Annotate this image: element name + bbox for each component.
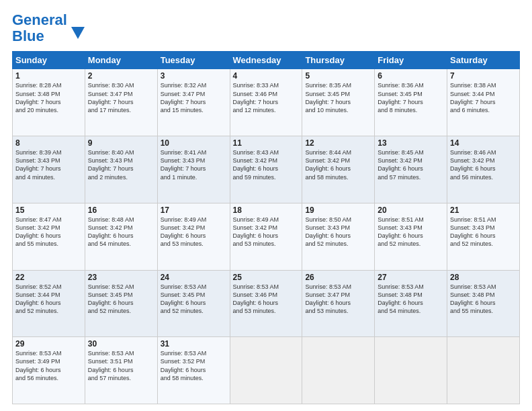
calendar-cell: 22Sunrise: 8:52 AM Sunset: 3:44 PM Dayli… (13, 270, 85, 337)
day-info: Sunrise: 8:32 AM Sunset: 3:47 PM Dayligh… (161, 81, 227, 114)
calendar-cell (230, 337, 302, 404)
calendar-week-3: 15Sunrise: 8:47 AM Sunset: 3:42 PM Dayli… (13, 203, 520, 270)
calendar-cell: 13Sunrise: 8:45 AM Sunset: 3:42 PM Dayli… (375, 136, 447, 203)
day-info: Sunrise: 8:30 AM Sunset: 3:47 PM Dayligh… (88, 81, 154, 114)
day-number: 14 (450, 138, 517, 148)
page: GeneralBlue SundayMondayTuesdayWednesday… (0, 0, 532, 411)
calendar-cell: 10Sunrise: 8:41 AM Sunset: 3:43 PM Dayli… (157, 136, 230, 203)
calendar-cell: 12Sunrise: 8:44 AM Sunset: 3:42 PM Dayli… (302, 136, 375, 203)
day-number: 18 (233, 205, 300, 215)
day-info: Sunrise: 8:53 AM Sunset: 3:46 PM Dayligh… (233, 283, 300, 316)
day-info: Sunrise: 8:49 AM Sunset: 3:42 PM Dayligh… (161, 216, 227, 248)
calendar-cell: 20Sunrise: 8:51 AM Sunset: 3:43 PM Dayli… (375, 203, 447, 270)
day-info: Sunrise: 8:53 AM Sunset: 3:49 PM Dayligh… (15, 349, 82, 382)
calendar-cell: 17Sunrise: 8:49 AM Sunset: 3:42 PM Dayli… (157, 203, 230, 270)
day-info: Sunrise: 8:53 AM Sunset: 3:52 PM Dayligh… (161, 349, 227, 382)
day-number: 15 (15, 205, 82, 215)
day-number: 24 (161, 273, 227, 282)
weekday-header-friday: Friday (375, 52, 447, 69)
day-info: Sunrise: 8:53 AM Sunset: 3:47 PM Dayligh… (305, 283, 371, 316)
day-number: 19 (305, 205, 371, 215)
calendar-cell (375, 337, 447, 404)
day-info: Sunrise: 8:38 AM Sunset: 3:44 PM Dayligh… (450, 81, 517, 114)
calendar-cell: 24Sunrise: 8:53 AM Sunset: 3:45 PM Dayli… (157, 270, 230, 337)
day-number: 10 (161, 138, 227, 148)
calendar-cell: 28Sunrise: 8:53 AM Sunset: 3:48 PM Dayli… (447, 270, 520, 337)
weekday-header-row: SundayMondayTuesdayWednesdayThursdayFrid… (13, 52, 520, 69)
calendar-cell: 5Sunrise: 8:35 AM Sunset: 3:45 PM Daylig… (302, 69, 375, 136)
calendar-cell: 16Sunrise: 8:48 AM Sunset: 3:42 PM Dayli… (85, 203, 157, 270)
day-number: 3 (161, 71, 227, 81)
day-number: 11 (233, 138, 300, 148)
day-info: Sunrise: 8:44 AM Sunset: 3:42 PM Dayligh… (305, 148, 371, 181)
calendar-cell: 3Sunrise: 8:32 AM Sunset: 3:47 PM Daylig… (157, 69, 230, 136)
day-info: Sunrise: 8:51 AM Sunset: 3:43 PM Dayligh… (378, 216, 444, 248)
day-info: Sunrise: 8:47 AM Sunset: 3:42 PM Dayligh… (15, 216, 82, 248)
day-number: 25 (233, 273, 300, 282)
weekday-header-saturday: Saturday (447, 52, 520, 69)
day-info: Sunrise: 8:39 AM Sunset: 3:43 PM Dayligh… (15, 148, 82, 181)
day-info: Sunrise: 8:48 AM Sunset: 3:42 PM Dayligh… (88, 216, 154, 248)
weekday-header-monday: Monday (85, 52, 157, 69)
svg-marker-0 (71, 27, 85, 39)
calendar-cell: 1Sunrise: 8:28 AM Sunset: 3:48 PM Daylig… (13, 69, 85, 136)
weekday-header-tuesday: Tuesday (157, 52, 230, 69)
calendar-week-2: 8Sunrise: 8:39 AM Sunset: 3:43 PM Daylig… (13, 136, 520, 203)
day-number: 5 (305, 71, 371, 81)
calendar-cell: 31Sunrise: 8:53 AM Sunset: 3:52 PM Dayli… (157, 337, 230, 404)
day-number: 20 (378, 205, 444, 215)
calendar-cell: 30Sunrise: 8:53 AM Sunset: 3:51 PM Dayli… (85, 337, 157, 404)
calendar-week-5: 29Sunrise: 8:53 AM Sunset: 3:49 PM Dayli… (13, 337, 520, 404)
day-info: Sunrise: 8:40 AM Sunset: 3:43 PM Dayligh… (88, 148, 154, 181)
day-info: Sunrise: 8:49 AM Sunset: 3:42 PM Dayligh… (233, 216, 300, 248)
day-number: 7 (450, 71, 517, 81)
calendar-cell: 2Sunrise: 8:30 AM Sunset: 3:47 PM Daylig… (85, 69, 157, 136)
day-number: 31 (161, 339, 227, 349)
day-info: Sunrise: 8:43 AM Sunset: 3:42 PM Dayligh… (233, 148, 300, 181)
day-number: 23 (88, 273, 154, 282)
weekday-header-thursday: Thursday (302, 52, 375, 69)
day-number: 21 (450, 205, 517, 215)
day-number: 17 (161, 205, 227, 215)
day-info: Sunrise: 8:53 AM Sunset: 3:48 PM Dayligh… (378, 283, 444, 316)
day-info: Sunrise: 8:33 AM Sunset: 3:46 PM Dayligh… (233, 81, 300, 114)
logo: GeneralBlue (12, 12, 87, 44)
day-info: Sunrise: 8:35 AM Sunset: 3:45 PM Dayligh… (305, 81, 371, 114)
day-number: 27 (378, 273, 444, 282)
calendar-cell: 6Sunrise: 8:36 AM Sunset: 3:45 PM Daylig… (375, 69, 447, 136)
calendar-cell: 4Sunrise: 8:33 AM Sunset: 3:46 PM Daylig… (230, 69, 302, 136)
calendar-cell (447, 337, 520, 404)
calendar-cell: 15Sunrise: 8:47 AM Sunset: 3:42 PM Dayli… (13, 203, 85, 270)
logo-icon (69, 24, 87, 43)
calendar: SundayMondayTuesdayWednesdayThursdayFrid… (12, 51, 520, 404)
day-number: 22 (15, 273, 82, 282)
weekday-header-wednesday: Wednesday (230, 52, 302, 69)
calendar-cell: 23Sunrise: 8:52 AM Sunset: 3:45 PM Dayli… (85, 270, 157, 337)
calendar-cell: 7Sunrise: 8:38 AM Sunset: 3:44 PM Daylig… (447, 69, 520, 136)
calendar-cell (302, 337, 375, 404)
calendar-cell: 25Sunrise: 8:53 AM Sunset: 3:46 PM Dayli… (230, 270, 302, 337)
day-info: Sunrise: 8:45 AM Sunset: 3:42 PM Dayligh… (378, 148, 444, 181)
day-number: 9 (88, 138, 154, 148)
calendar-cell: 9Sunrise: 8:40 AM Sunset: 3:43 PM Daylig… (85, 136, 157, 203)
calendar-cell: 29Sunrise: 8:53 AM Sunset: 3:49 PM Dayli… (13, 337, 85, 404)
calendar-cell: 26Sunrise: 8:53 AM Sunset: 3:47 PM Dayli… (302, 270, 375, 337)
day-number: 30 (88, 339, 154, 349)
day-number: 28 (450, 273, 517, 282)
day-info: Sunrise: 8:46 AM Sunset: 3:42 PM Dayligh… (450, 148, 517, 181)
calendar-cell: 21Sunrise: 8:51 AM Sunset: 3:43 PM Dayli… (447, 203, 520, 270)
day-info: Sunrise: 8:50 AM Sunset: 3:43 PM Dayligh… (305, 216, 371, 248)
header: GeneralBlue (12, 12, 520, 44)
day-info: Sunrise: 8:51 AM Sunset: 3:43 PM Dayligh… (450, 216, 517, 248)
calendar-week-1: 1Sunrise: 8:28 AM Sunset: 3:48 PM Daylig… (13, 69, 520, 136)
day-info: Sunrise: 8:36 AM Sunset: 3:45 PM Dayligh… (378, 81, 444, 114)
logo-text: GeneralBlue (12, 12, 67, 44)
day-number: 6 (378, 71, 444, 81)
day-number: 16 (88, 205, 154, 215)
day-info: Sunrise: 8:53 AM Sunset: 3:45 PM Dayligh… (161, 283, 227, 316)
day-info: Sunrise: 8:53 AM Sunset: 3:51 PM Dayligh… (88, 349, 154, 382)
day-number: 26 (305, 273, 371, 282)
calendar-cell: 18Sunrise: 8:49 AM Sunset: 3:42 PM Dayli… (230, 203, 302, 270)
day-info: Sunrise: 8:52 AM Sunset: 3:44 PM Dayligh… (15, 283, 82, 316)
calendar-cell: 27Sunrise: 8:53 AM Sunset: 3:48 PM Dayli… (375, 270, 447, 337)
